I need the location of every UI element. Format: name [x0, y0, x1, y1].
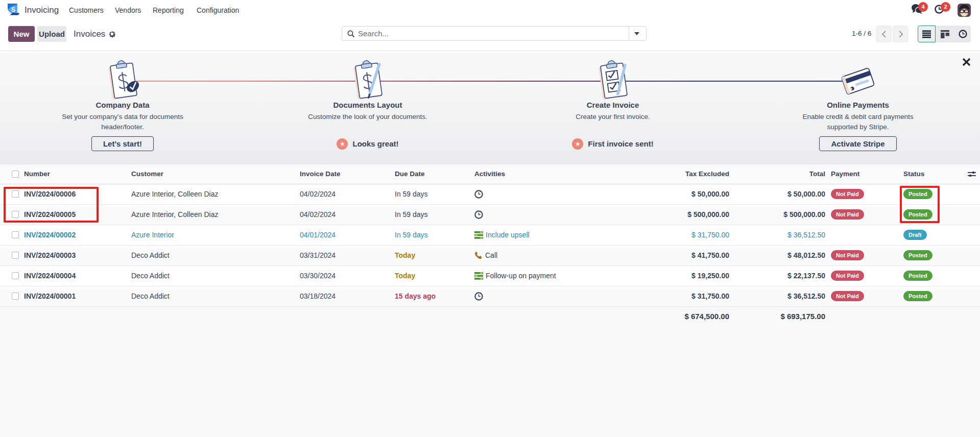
- svg-text:S: S: [11, 6, 15, 13]
